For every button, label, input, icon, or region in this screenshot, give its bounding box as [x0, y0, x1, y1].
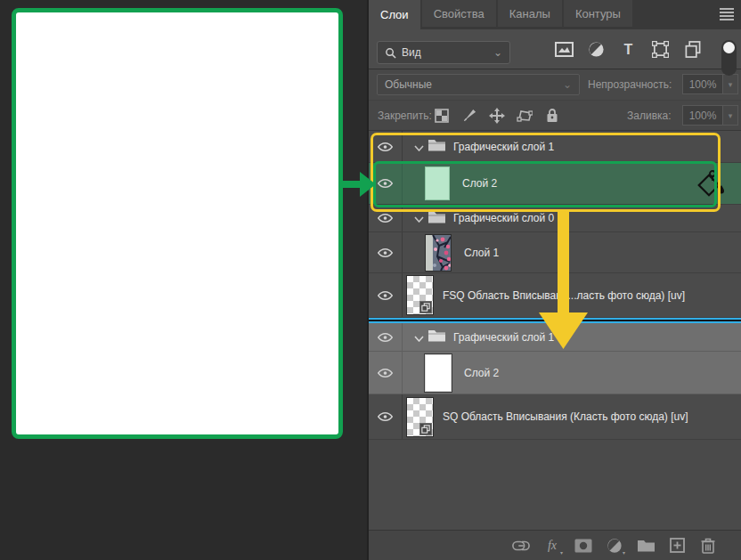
folder-icon	[428, 210, 446, 227]
search-icon	[385, 47, 396, 59]
paint-bucket-cursor-icon	[695, 169, 727, 203]
layer-name[interactable]: SQ Область Вписывания (Класть фото сюда)…	[443, 410, 688, 423]
group-expand-chevron-icon[interactable]	[414, 210, 424, 226]
chevron-down-icon[interactable]: ▾	[723, 105, 738, 126]
lock-all-icon[interactable]	[543, 107, 561, 125]
layer-name[interactable]: Слой 2	[464, 367, 499, 379]
layer-thumbnail[interactable]	[425, 354, 452, 392]
caret-down-icon: ▾	[560, 549, 563, 556]
group-expand-chevron-icon[interactable]	[414, 139, 424, 155]
layer-thumbnail[interactable]	[406, 397, 434, 437]
folder-icon	[428, 138, 446, 155]
tab-label: Контуры	[575, 7, 621, 20]
visibility-eye-icon[interactable]	[369, 205, 403, 231]
panel-menu-icon[interactable]	[720, 8, 734, 20]
layer-name[interactable]: Слой 1	[464, 247, 499, 259]
layer-thumbnail[interactable]	[406, 275, 434, 315]
layer-row-group-0[interactable]: Графический слой 0	[369, 205, 741, 232]
green-arrow-annotation	[338, 167, 376, 201]
layer-filter-row: Вид ⌄ T	[369, 29, 741, 69]
filter-type-layers-icon[interactable]: T	[618, 39, 639, 60]
tab-label: Слои	[380, 8, 409, 21]
tab-channels[interactable]: Каналы	[498, 0, 562, 27]
opacity-value[interactable]: 100%	[682, 74, 723, 94]
chevron-down-icon: ⌄	[563, 78, 572, 91]
link-layers-icon[interactable]	[511, 536, 531, 556]
fx-label: fx	[548, 539, 557, 553]
folder-icon	[428, 329, 446, 345]
canvas-area	[0, 0, 369, 560]
visibility-eye-icon[interactable]	[369, 323, 403, 351]
visibility-eye-icon[interactable]	[369, 273, 403, 317]
layer-row-layer-2-selected[interactable]: Слой 2	[369, 163, 741, 205]
chevron-down-icon: ⌄	[493, 46, 502, 59]
fill-value[interactable]: 100%	[682, 105, 723, 126]
layer-row-sq-smart-object[interactable]: SQ Область Вписывания (Класть фото сюда)…	[369, 394, 741, 440]
lock-row: Закрепить: Заливка: 100% ▾	[369, 100, 741, 131]
layer-row-fsq-smart-object[interactable]: FSQ Область Вписывани...ласть фото сюда)…	[369, 273, 741, 318]
layer-row-layer-2-copy[interactable]: Слой 2	[369, 352, 741, 394]
new-group-folder-icon[interactable]	[636, 536, 656, 556]
filter-smart-objects-icon[interactable]	[682, 39, 703, 60]
layer-thumbnail[interactable]	[425, 166, 450, 200]
chevron-down-icon[interactable]: ▾	[723, 74, 738, 94]
lock-label: Закрепить:	[378, 110, 432, 122]
layer-name[interactable]: Графический слой 1	[453, 331, 554, 344]
blend-mode-row: Обычные ⌄ Непрозрачность: 100% ▾	[369, 69, 741, 100]
layer-name[interactable]: Графический слой 1	[453, 141, 554, 153]
blend-mode-value: Обычные	[385, 78, 432, 91]
visibility-eye-icon[interactable]	[369, 232, 403, 272]
layer-name[interactable]: Слой 2	[462, 177, 497, 190]
filter-shape-layers-icon[interactable]	[650, 39, 671, 60]
new-adjustment-layer-icon[interactable]: ▾	[605, 536, 624, 556]
layer-name[interactable]: FSQ Область Вписывани...ласть фото сюда)…	[443, 289, 685, 302]
filtering-toggle[interactable]	[721, 40, 737, 76]
layer-thumbnail[interactable]	[425, 234, 452, 272]
new-layer-icon[interactable]	[667, 536, 687, 556]
tab-paths[interactable]: Контуры	[564, 0, 632, 27]
group-expand-chevron-icon[interactable]	[414, 329, 424, 345]
tab-layers[interactable]: Слои	[369, 0, 420, 29]
caret-down-icon: ▾	[623, 549, 625, 556]
smart-object-badge-icon	[419, 423, 432, 435]
layers-panel: Слои Свойства Каналы Контуры Вид ⌄ T	[369, 0, 741, 560]
layer-row-group-1-copy[interactable]: Графический слой 1	[369, 323, 741, 352]
tab-label: Каналы	[509, 7, 550, 20]
filter-adjustment-layers-icon[interactable]	[586, 39, 607, 60]
visibility-eye-icon[interactable]	[369, 394, 403, 439]
layer-name[interactable]: Графический слой 0	[453, 212, 554, 224]
lock-artboard-icon[interactable]	[516, 107, 533, 125]
smart-object-badge-icon	[419, 301, 432, 313]
lock-position-icon[interactable]	[488, 107, 506, 125]
tab-label: Свойства	[434, 7, 484, 20]
filter-kind-select[interactable]: Вид ⌄	[377, 41, 510, 64]
filter-pixel-layers-icon[interactable]	[554, 39, 574, 60]
panel-tab-bar: Слои Свойства Каналы Контуры	[369, 0, 741, 29]
layer-row-layer-1[interactable]: Слой 1	[369, 232, 741, 273]
tab-properties[interactable]: Свойства	[422, 0, 496, 27]
layer-list: Графический слой 1 Слой 2	[369, 131, 741, 440]
add-layer-mask-icon[interactable]	[574, 536, 593, 556]
blend-mode-select[interactable]: Обычные ⌄	[377, 74, 580, 95]
layer-style-fx-icon[interactable]: fx ▾	[542, 536, 562, 556]
document-canvas[interactable]	[12, 8, 343, 439]
fill-label: Заливка:	[627, 110, 672, 122]
delete-layer-trash-icon[interactable]	[698, 536, 718, 556]
visibility-eye-icon[interactable]	[369, 352, 403, 394]
opacity-label: Непрозрачность:	[588, 78, 672, 91]
toggle-knob	[723, 42, 735, 53]
filter-kind-label: Вид	[402, 46, 421, 59]
lock-transparency-icon[interactable]	[433, 107, 451, 125]
layers-bottom-toolbar: fx ▾ ▾	[369, 530, 741, 560]
lock-image-icon[interactable]	[460, 107, 478, 125]
layer-row-group-1[interactable]: Графический слой 1	[369, 131, 741, 163]
visibility-eye-icon[interactable]	[369, 131, 403, 162]
